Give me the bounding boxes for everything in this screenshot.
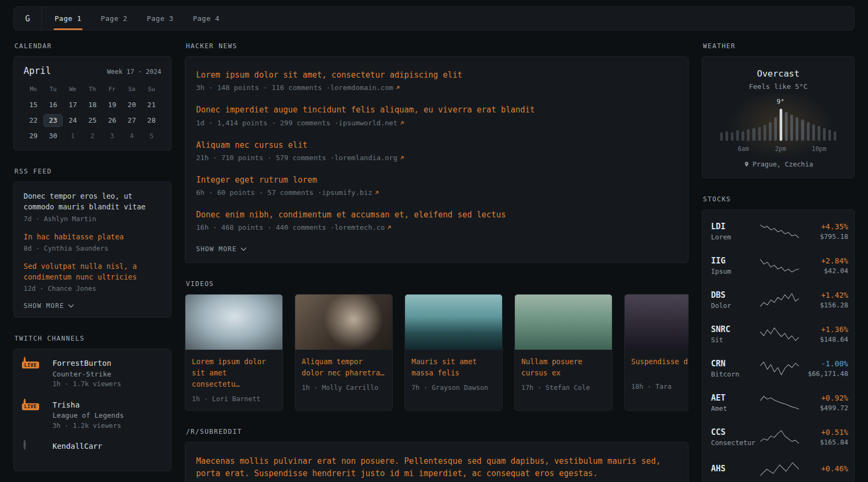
- video-title: Suspendisse diam: [631, 356, 689, 378]
- stock-sparkline: [760, 395, 799, 410]
- stock-symbol: AET: [711, 393, 760, 403]
- show-more-label: SHOW MORE: [24, 302, 64, 310]
- channel-avatar: [24, 441, 45, 449]
- chevron-down-icon: [68, 304, 74, 308]
- hackernews-card: Lorem ipsum dolor sit amet, consectetur …: [185, 56, 689, 263]
- stock-price: $165.84: [799, 438, 848, 446]
- stock-identity: AET Amet: [711, 393, 760, 412]
- hn-story-link[interactable]: Lorem ipsum dolor sit amet, consectetur …: [196, 70, 677, 80]
- stock-identity: DBS Dolor: [711, 290, 760, 310]
- weather-feels-like: Feels like 5°C: [712, 82, 844, 91]
- hn-meta-text: 1d · 1,414 points · 299 comments ·: [196, 119, 339, 127]
- video-card[interactable]: Lorem ipsum dolor sit amet consectetu… 1…: [185, 294, 283, 411]
- hn-source-link[interactable]: ipsumify.biz: [322, 189, 379, 197]
- rss-item-link[interactable]: In hac habitasse platea: [24, 231, 161, 242]
- channel-name: ForrestBurton: [53, 358, 121, 368]
- tab-page-3[interactable]: Page 3: [147, 7, 174, 30]
- hn-source-link[interactable]: ipsumworld.net: [339, 119, 405, 127]
- hn-story-link[interactable]: Donec enim nibh, condimentum et accumsan…: [196, 209, 677, 220]
- stock-row-dbs[interactable]: DBS Dolor +1.42% $156.28: [711, 283, 845, 317]
- stock-row-ccs[interactable]: CCS Consectetur +0.51% $165.84: [711, 420, 845, 454]
- hn-source-link[interactable]: loremlandia.org: [334, 154, 404, 162]
- hn-story-link[interactable]: Integer eget rutrum lorem: [196, 175, 677, 185]
- channel-avatar: LIVE: [24, 400, 45, 408]
- stocks-widget-title: STOCKS: [703, 195, 855, 203]
- video-title: Lorem ipsum dolor sit amet consectetu…: [192, 356, 276, 390]
- app-logo[interactable]: G: [14, 7, 42, 30]
- right-column: WEATHER Overcast Feels like 5°C 9° 6am 2…: [702, 42, 855, 482]
- stock-symbol: SNRC: [711, 325, 760, 334]
- channel-name: KendallCarr: [53, 441, 102, 451]
- calendar-dow: Sa: [122, 84, 142, 96]
- calendar-dow: Su: [141, 84, 161, 96]
- calendar-day-next-month: 1: [63, 130, 83, 142]
- rss-item-link[interactable]: Donec tempor eros leo, ut commodo mauris…: [24, 191, 161, 213]
- hn-story-link[interactable]: Donec imperdiet augue tincidunt felis al…: [196, 104, 677, 115]
- rss-item-meta: 12d · Chance Jones: [24, 284, 161, 292]
- hn-source-link[interactable]: loremdomain.com: [330, 84, 400, 92]
- stock-sparkline: [760, 258, 799, 273]
- stock-row-ahs[interactable]: AHS +0.46%: [711, 454, 845, 482]
- video-meta: 1h · Lori Barnett: [192, 395, 276, 403]
- stock-sparkline: [760, 292, 799, 307]
- video-card[interactable]: Aliquam tempor dolor nec pharetra… 1h · …: [295, 294, 393, 411]
- top-nav: G Page 1 Page 2 Page 3 Page 4: [13, 6, 855, 31]
- stock-symbol: AHS: [711, 464, 760, 473]
- calendar-dow: Th: [83, 84, 102, 96]
- video-title: Aliquam tempor dolor nec pharetra…: [302, 356, 386, 379]
- stock-identity: LDI Lorem: [711, 222, 760, 241]
- calendar-day: 29: [24, 130, 43, 142]
- stock-change: -1.00%: [799, 359, 848, 368]
- weather-hourly-bars: [720, 109, 836, 141]
- stock-row-iig[interactable]: IIG Ipsum +2.84% $42.04: [711, 248, 845, 283]
- twitch-channel-trisha[interactable]: LIVE Trisha League of Legends 3h · 1.2k …: [24, 400, 161, 431]
- channel-viewers: 1h · 1.7k viewers: [53, 379, 121, 389]
- stock-quote: +2.84% $42.04: [799, 257, 848, 275]
- subreddit-widget-title: /R/SUBREDDIT: [186, 428, 689, 435]
- video-title: Mauris sit amet massa felis: [411, 356, 496, 379]
- twitch-channel-forrestburton[interactable]: LIVE ForrestBurton Counter-Strike 1h · 1…: [24, 358, 161, 389]
- rss-card: Donec tempor eros leo, ut commodo mauris…: [13, 182, 171, 318]
- hn-meta-text: 6h · 60 points · 57 comments ·: [196, 189, 322, 197]
- calendar-card: April Week 17 · 2024 Mo Tu We Th Fr Sa: [13, 56, 171, 150]
- rss-item: Sed volutpat nulla nisl, a condimentum n…: [24, 261, 161, 293]
- calendar-day: 15: [24, 99, 43, 111]
- video-card[interactable]: Nullam posuere cursus ex 17h · Stefan Co…: [514, 294, 612, 411]
- stock-row-snrc[interactable]: SNRC Sit +1.36% $148.64: [711, 317, 845, 351]
- calendar-day-next-month: 4: [122, 130, 142, 142]
- calendar-dow: Fr: [102, 84, 122, 96]
- video-card[interactable]: Suspendisse diam 18h · Tara: [624, 294, 689, 411]
- twitch-channel-kendallcarr[interactable]: KendallCarr: [24, 441, 161, 451]
- stock-row-aet[interactable]: AET Amet +0.92% $499.72: [711, 386, 845, 420]
- subreddit-post-link[interactable]: Maecenas mollis pulvinar erat non posuer…: [196, 455, 677, 480]
- hn-story-meta: 21h · 710 points · 579 comments · loreml…: [196, 154, 677, 162]
- video-card[interactable]: Mauris sit amet massa felis 7h · Grayson…: [405, 294, 503, 411]
- videos-widget: VIDEOS Lorem ipsum dolor sit amet consec…: [185, 280, 689, 411]
- hackernews-item: Donec imperdiet augue tincidunt felis al…: [196, 104, 677, 126]
- show-more-label: SHOW MORE: [196, 245, 237, 253]
- stock-sparkline: [760, 462, 799, 477]
- stock-row-ldi[interactable]: LDI Lorem +4.35% $795.18: [711, 214, 845, 248]
- stock-name: Dolor: [711, 302, 760, 310]
- weather-location: Prague, Czechia: [744, 160, 813, 168]
- stock-symbol: IIG: [711, 256, 760, 266]
- rss-show-more-button[interactable]: SHOW MORE: [24, 302, 74, 310]
- video-title: Nullam posuere cursus ex: [521, 356, 605, 379]
- dashboard-content: CALENDAR April Week 17 · 2024 Mo Tu We: [0, 42, 868, 482]
- video-thumbnail: [625, 295, 689, 350]
- channel-game: League of Legends: [53, 410, 124, 421]
- stock-row-crn[interactable]: CRN Bitcorn -1.00% $66,171.48: [711, 351, 845, 386]
- calendar-dow: We: [63, 84, 83, 96]
- tab-page-4[interactable]: Page 4: [193, 7, 220, 30]
- calendar-day: 21: [141, 99, 161, 111]
- hn-story-meta: 1d · 1,414 points · 299 comments · ipsum…: [196, 119, 677, 127]
- subreddit-widget: /R/SUBREDDIT Maecenas mollis pulvinar er…: [185, 428, 689, 482]
- tab-page-1[interactable]: Page 1: [55, 7, 81, 30]
- rss-item-link[interactable]: Sed volutpat nulla nisl, a condimentum n…: [24, 261, 161, 283]
- tab-page-2[interactable]: Page 2: [101, 7, 128, 30]
- hn-story-link[interactable]: Aliquam nec cursus elit: [196, 140, 677, 150]
- hn-source-link[interactable]: loremtech.co: [334, 223, 392, 231]
- channel-info: Trisha League of Legends 3h · 1.2k viewe…: [53, 400, 124, 431]
- hn-show-more-button[interactable]: SHOW MORE: [196, 245, 246, 253]
- dashboard-app: G Page 1 Page 2 Page 3 Page 4 CALENDAR A…: [0, 6, 868, 482]
